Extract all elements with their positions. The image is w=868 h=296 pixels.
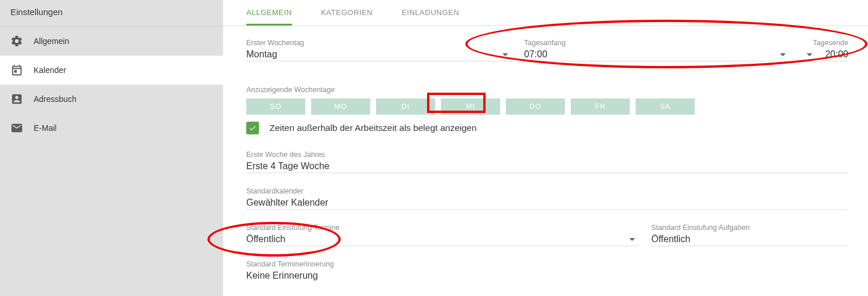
field-value: Gewählter Kalender xyxy=(246,198,328,208)
sidebar-item-general[interactable]: Allgemein xyxy=(0,27,223,56)
chevron-down-icon xyxy=(780,53,786,59)
field-label: Standard Terminerinnerung xyxy=(246,260,848,268)
gear-icon xyxy=(10,35,23,47)
tab-categories[interactable]: KATEGORIEN xyxy=(321,0,373,25)
sidebar-item-label: Allgemein xyxy=(34,36,69,46)
checkbox-icon xyxy=(246,122,259,134)
field-value: Öffentlich xyxy=(651,234,690,244)
tab-general[interactable]: ALLGEMEIN xyxy=(246,0,292,25)
field-value: 07:00 xyxy=(524,49,548,60)
main-panel: ALLGEMEIN KATEGORIEN EINLADUNGEN Erster … xyxy=(223,0,868,296)
field-classification-appointments[interactable]: Standard Einstufung Termine Öffentlich xyxy=(246,224,640,246)
field-first-week[interactable]: Erste Woche des Jahres Erste 4 Tage Woch… xyxy=(246,151,848,173)
sidebar-item-label: E-Mail xyxy=(34,123,57,133)
field-label: Erster Wochentag xyxy=(246,39,513,47)
field-value: Montag xyxy=(246,49,277,60)
field-label: Erste Woche des Jahres xyxy=(246,151,848,159)
weekday-btn-mi[interactable]: MI xyxy=(441,98,500,115)
field-first-weekday[interactable]: Erster Wochentag Montag xyxy=(246,39,513,61)
weekday-btn-sa[interactable]: SA xyxy=(636,98,695,115)
chevron-down-icon xyxy=(807,53,812,59)
field-label: Tagesanfang xyxy=(524,39,791,47)
weekdays-label: Anzuzeigende Wochentage xyxy=(246,86,848,94)
field-value: 20:00 xyxy=(825,49,848,60)
sidebar-item-calendar[interactable]: Kalender xyxy=(0,56,223,85)
field-reminder[interactable]: Standard Terminerinnerung Keine Erinneru… xyxy=(246,260,848,282)
field-value: Erste 4 Tage Woche xyxy=(246,161,330,171)
tabs: ALLGEMEIN KATEGORIEN EINLADUNGEN xyxy=(223,0,868,26)
contacts-icon xyxy=(10,93,23,105)
field-day-end[interactable]: Tagesende 20:00 xyxy=(802,39,848,61)
sidebar: Einstellungen Allgemein Kalender Adressb… xyxy=(0,0,223,296)
field-label: Standardkalender xyxy=(246,187,848,195)
sidebar-item-label: Adressbuch xyxy=(34,94,76,104)
checkbox-busy-outside-work[interactable]: Zeiten außerhalb der Arbeitszeit als bel… xyxy=(246,122,848,134)
sidebar-item-email[interactable]: E-Mail xyxy=(0,114,223,142)
weekdays-buttons: SO MO DI MI DO FR SA xyxy=(246,98,848,115)
field-classification-tasks[interactable]: Standard Einstufung Aufgaben Öffentlich xyxy=(651,224,848,246)
field-day-start[interactable]: Tagesanfang 07:00 xyxy=(524,39,791,61)
weekday-btn-di[interactable]: DI xyxy=(376,98,435,115)
sidebar-item-contacts[interactable]: Adressbuch xyxy=(0,85,223,114)
weekday-btn-fr[interactable]: FR xyxy=(571,98,630,115)
weekday-btn-do[interactable]: DO xyxy=(506,98,565,115)
weekday-btn-mo[interactable]: MO xyxy=(311,98,370,115)
field-label: Standard Einstufung Termine xyxy=(246,224,640,232)
field-default-calendar[interactable]: Standardkalender Gewählter Kalender xyxy=(246,187,848,210)
sidebar-item-label: Kalender xyxy=(34,65,66,75)
field-value: Keine Erinnerung xyxy=(246,271,318,281)
chevron-down-icon xyxy=(629,238,635,244)
sidebar-title: Einstellungen xyxy=(0,0,223,27)
calendar-icon xyxy=(10,64,23,76)
field-value: Öffentlich xyxy=(246,234,285,244)
field-label: Tagesende xyxy=(802,39,848,47)
chevron-down-icon xyxy=(502,53,508,59)
mail-icon xyxy=(10,122,23,134)
weekday-btn-so[interactable]: SO xyxy=(246,98,305,115)
checkbox-label: Zeiten außerhalb der Arbeitszeit als bel… xyxy=(269,123,477,133)
field-label: Standard Einstufung Aufgaben xyxy=(651,224,848,232)
tab-invitations[interactable]: EINLADUNGEN xyxy=(402,0,459,25)
